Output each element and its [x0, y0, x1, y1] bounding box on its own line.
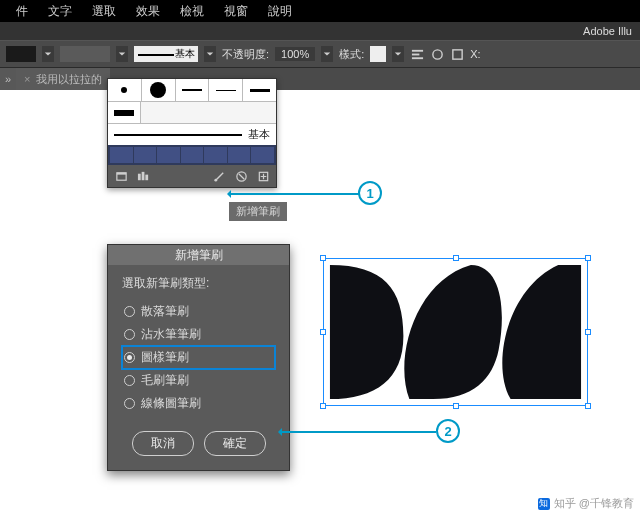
style-swatch[interactable] — [370, 46, 386, 62]
brush-pattern-preview[interactable] — [108, 145, 276, 165]
new-brush-tooltip: 新增筆刷 — [229, 202, 287, 221]
menu-file[interactable]: 件 — [16, 3, 28, 20]
selection-handle[interactable] — [585, 329, 591, 335]
cancel-button[interactable]: 取消 — [132, 431, 194, 456]
new-brush-icon[interactable] — [256, 169, 270, 183]
stroke-options-icon[interactable] — [212, 169, 226, 183]
stroke-dropdown[interactable] — [116, 46, 128, 62]
option-pattern-brush[interactable]: 圖樣筆刷 — [122, 346, 275, 369]
svg-rect-2 — [412, 57, 423, 59]
document-tab-title: 我用以拉拉的 — [36, 72, 102, 87]
option-label: 沾水筆筆刷 — [141, 326, 201, 343]
svg-rect-0 — [412, 49, 423, 51]
brush-thumb[interactable] — [209, 79, 243, 101]
brush-thumb-row — [108, 101, 276, 123]
annotation-arrow-1 — [229, 193, 359, 195]
watermark-text: 知乎 @千锋教育 — [554, 496, 634, 511]
svg-rect-6 — [116, 172, 125, 174]
svg-rect-4 — [453, 49, 462, 58]
brush-lib-icon[interactable] — [114, 169, 128, 183]
app-titlebar: Adobe Illu — [0, 22, 640, 40]
transform-icon[interactable] — [450, 47, 464, 61]
x-label: X: — [470, 48, 480, 60]
svg-rect-1 — [412, 53, 419, 55]
tab-overflow-grip[interactable]: » — [0, 68, 16, 90]
menu-window[interactable]: 視窗 — [224, 3, 248, 20]
align-left-icon[interactable] — [410, 47, 424, 61]
menu-select[interactable]: 選取 — [92, 3, 116, 20]
opacity-value[interactable]: 100% — [275, 47, 315, 61]
brush-definition-label: 基本 — [175, 47, 195, 61]
menu-view[interactable]: 檢視 — [180, 3, 204, 20]
selection-handle[interactable] — [585, 255, 591, 261]
selection-handle[interactable] — [585, 403, 591, 409]
svg-rect-7 — [137, 173, 140, 180]
annotation-arrow-2 — [280, 431, 436, 433]
fill-dropdown[interactable] — [42, 46, 54, 62]
menu-type[interactable]: 文字 — [48, 3, 72, 20]
style-dropdown[interactable] — [392, 46, 404, 62]
ok-button[interactable]: 確定 — [204, 431, 266, 456]
menubar: 件 文字 選取 效果 檢視 視窗 說明 — [0, 0, 640, 22]
brush-thumb[interactable] — [108, 79, 142, 101]
control-bar: 基本 不透明度: 100% 樣式: X: — [0, 40, 640, 68]
brush-thumb[interactable] — [142, 79, 176, 101]
option-scatter-brush[interactable]: 散落筆刷 — [122, 300, 275, 323]
selected-artwork[interactable] — [323, 258, 588, 406]
radio-icon — [124, 329, 135, 340]
zhihu-logo-icon: 知 — [538, 498, 550, 510]
radio-icon — [124, 375, 135, 386]
annotation-step-1: 1 — [358, 181, 382, 205]
option-label: 線條圖筆刷 — [141, 395, 201, 412]
brush-definition-dropdown[interactable] — [204, 46, 216, 62]
option-bristle-brush[interactable]: 毛刷筆刷 — [122, 369, 275, 392]
dialog-title: 新增筆刷 — [108, 245, 289, 265]
style-label: 樣式: — [339, 47, 364, 62]
brushes-panel: 基本 — [107, 78, 277, 188]
selection-handle[interactable] — [453, 255, 459, 261]
brush-thumb[interactable] — [108, 102, 141, 123]
document-tab[interactable]: × 我用以拉拉的 — [16, 68, 110, 90]
brushes-panel-footer — [108, 165, 276, 187]
svg-point-10 — [214, 178, 217, 181]
svg-rect-9 — [145, 174, 148, 180]
selection-handle[interactable] — [320, 255, 326, 261]
annotation-step-2: 2 — [436, 419, 460, 443]
selection-handle[interactable] — [320, 403, 326, 409]
dialog-prompt: 選取新筆刷類型: — [122, 275, 275, 292]
recolor-icon[interactable] — [430, 47, 444, 61]
brush-thumb[interactable] — [243, 79, 276, 101]
selection-handle[interactable] — [453, 403, 459, 409]
brush-thumb-row — [108, 79, 276, 101]
delete-brush-icon[interactable] — [234, 169, 248, 183]
radio-icon — [124, 352, 135, 363]
watermark: 知 知乎 @千锋教育 — [538, 496, 634, 511]
opacity-dropdown[interactable] — [321, 46, 333, 62]
radio-icon — [124, 306, 135, 317]
brush-basic-label: 基本 — [248, 127, 270, 142]
stroke-swatch[interactable] — [60, 46, 110, 62]
svg-point-3 — [433, 49, 442, 58]
menu-help[interactable]: 說明 — [268, 3, 292, 20]
opacity-label: 不透明度: — [222, 47, 269, 62]
option-calligraphic-brush[interactable]: 沾水筆筆刷 — [122, 323, 275, 346]
brush-definition-well[interactable]: 基本 — [134, 46, 198, 62]
close-tab-icon[interactable]: × — [24, 73, 30, 85]
option-label: 散落筆刷 — [141, 303, 189, 320]
option-art-brush[interactable]: 線條圖筆刷 — [122, 392, 275, 415]
new-brush-dialog: 新增筆刷 選取新筆刷類型: 散落筆刷 沾水筆筆刷 圖樣筆刷 毛刷筆刷 線條圖筆刷… — [107, 244, 290, 471]
fill-swatch[interactable] — [6, 46, 36, 62]
artwork-shape — [330, 265, 581, 399]
svg-rect-8 — [141, 171, 144, 179]
brush-thumb[interactable] — [176, 79, 210, 101]
selection-handle[interactable] — [320, 329, 326, 335]
app-title: Adobe Illu — [583, 25, 632, 37]
option-label: 圖樣筆刷 — [141, 349, 189, 366]
option-label: 毛刷筆刷 — [141, 372, 189, 389]
document-tab-row: » × 我用以拉拉的 — [0, 68, 640, 90]
libraries-icon[interactable] — [136, 169, 150, 183]
radio-icon — [124, 398, 135, 409]
menu-effect[interactable]: 效果 — [136, 3, 160, 20]
brush-basic-row[interactable]: 基本 — [108, 123, 276, 145]
